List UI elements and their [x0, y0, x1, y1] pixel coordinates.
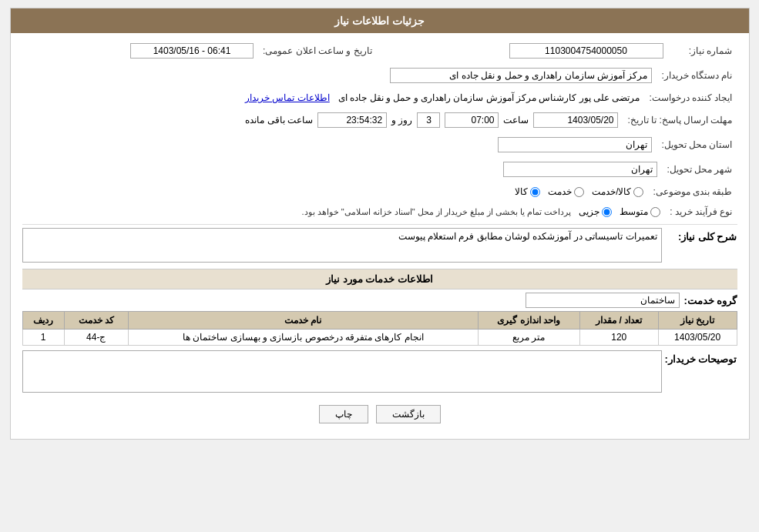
tabaqe-radio-group: کالا/خدمت خدمت کالا	[27, 186, 644, 197]
mohlat-date-input	[533, 112, 618, 128]
noe-label: نوع فرآیند خرید :	[665, 204, 737, 219]
iejad-table: ایجاد کننده درخواست: مرتضی علی پور کارشن…	[22, 90, 737, 105]
noe-note: پرداخت تمام یا بخشی از مبلغ خریدار از مح…	[302, 207, 572, 217]
aanlaan-input	[130, 43, 254, 59]
tabaqe-kala-radio[interactable]	[530, 187, 540, 197]
ostan-value-cell	[22, 135, 657, 155]
namDastgah-label: نام دستگاه خریدار:	[657, 65, 737, 85]
chap-button[interactable]: چاپ	[319, 405, 368, 423]
top-info-table: شماره نیاز: تاریخ و ساعت اعلان عمومی:	[22, 41, 737, 61]
namDastgah-value-cell	[22, 65, 657, 85]
ijadKonande-value-cell: مرتضی علی پور کارشناس مرکز آموزش سازمان …	[22, 90, 645, 105]
content-area: شماره نیاز: تاریخ و ساعت اعلان عمومی: نا…	[11, 33, 749, 439]
ostan-label: استان محل تحویل:	[657, 135, 737, 155]
tabaqe-kala-label: کالا	[515, 186, 528, 197]
sharh-label: شرح کلی نیاز:	[668, 231, 737, 243]
aanlaan-label: تاریخ و ساعت اعلان عمومی:	[258, 41, 377, 61]
mohlat-table: مهلت ارسال پاسخ: تا تاریخ: ساعت روز و سا…	[22, 110, 737, 130]
tabaqe-table: طبقه بندی موضوعی: کالا/خدمت خدمت	[22, 184, 737, 199]
col-tarikh: تاریخ نیاز	[658, 312, 737, 330]
col-radif: ردیف	[22, 312, 64, 330]
tosif-textarea	[22, 350, 662, 393]
shomareNiaz-label: شماره نیاز:	[668, 41, 737, 61]
noe-mottavasset-radio[interactable]	[650, 207, 660, 217]
sharh-textarea	[22, 228, 662, 263]
mohlat-value-cell: ساعت روز و ساعت باقی مانده	[22, 110, 623, 130]
tabaqe-label: طبقه بندی موضوعی:	[648, 184, 737, 199]
bazgasht-button[interactable]: بازگشت	[376, 405, 441, 423]
cell-tedad: 120	[579, 330, 658, 346]
mohlat-label: مهلت ارسال پاسخ: تا تاریخ:	[623, 110, 737, 130]
col-tedad: تعداد / مقدار	[579, 312, 658, 330]
noe-jozii-item: جزیی	[579, 206, 612, 217]
cell-kod: ج-44	[64, 330, 128, 346]
col-vahed: واحد اندازه گیری	[478, 312, 579, 330]
tabaqe-kala-khedmat-item: کالا/خدمت	[592, 186, 643, 197]
noe-mottavasset-label: متوسط	[620, 206, 648, 217]
aanlaan-value-cell	[22, 41, 259, 61]
col-kod: کد خدمت	[64, 312, 128, 330]
grohe-label: گروه خدمت:	[684, 295, 737, 306]
ostan-input	[498, 137, 652, 152]
tabaqe-kala-khedmat-label: کالا/خدمت	[592, 186, 631, 197]
deadline-row: ساعت روز و ساعت باقی مانده	[27, 112, 619, 128]
page-title: جزئیات اطلاعات نیاز	[334, 15, 425, 27]
process-row: متوسط جزیی پرداخت تمام یا بخشی از مبلغ خ…	[27, 206, 661, 217]
shomareNiaz-value-cell	[377, 41, 668, 61]
cell-vahed: متر مربع	[478, 330, 579, 346]
grohe-input	[526, 293, 680, 308]
grohe-row: گروه خدمت:	[22, 293, 737, 308]
table-row: 1403/05/20 120 متر مربع انجام کارهای متف…	[22, 330, 737, 346]
mohlat-remain-input	[317, 112, 387, 128]
cell-tarikh: 1403/05/20	[658, 330, 737, 346]
shahr-input	[503, 162, 657, 177]
noe-table: نوع فرآیند خرید : متوسط جزیی پرداخت تمام…	[22, 204, 737, 219]
services-table: تاریخ نیاز تعداد / مقدار واحد اندازه گیر…	[22, 311, 737, 346]
noe-value-cell: متوسط جزیی پرداخت تمام یا بخشی از مبلغ خ…	[22, 204, 666, 219]
dastgah-table: نام دستگاه خریدار:	[22, 65, 737, 85]
page-header: جزئیات اطلاعات نیاز	[11, 8, 749, 33]
tabaqe-value-cell: کالا/خدمت خدمت کالا	[22, 184, 649, 199]
mohlat-roz-input	[417, 112, 440, 128]
page-container: جزئیات اطلاعات نیاز شماره نیاز: تاریخ و …	[10, 8, 750, 440]
ostan-table: استان محل تحویل:	[22, 135, 737, 155]
notes-section: توصیحات خریدار:	[22, 350, 737, 393]
noe-mottavasset-item: متوسط	[620, 206, 660, 217]
divider-1	[22, 224, 737, 225]
shahr-table: شهر محل تحویل:	[22, 159, 737, 179]
cell-nam: انجام کارهای متفرقه درخصوص بازسازی و بهس…	[128, 330, 478, 346]
tabaqe-khedmat-item: خدمت	[548, 186, 584, 197]
noe-jozii-label: جزیی	[579, 206, 599, 217]
namDastgah-input	[390, 68, 652, 83]
tabaqe-khedmat-radio[interactable]	[574, 187, 584, 197]
services-section-header: اطلاعات خدمات مورد نیاز	[22, 269, 737, 289]
btn-container: بازگشت چاپ	[22, 397, 737, 431]
ijadKonande-text: مرتضی علی پور کارشناس مرکز آموزش سازمان …	[338, 92, 640, 103]
tabaqe-kala-khedmat-radio[interactable]	[633, 187, 643, 197]
mohlat-roz-label: روز و	[391, 115, 412, 125]
sharh-row: شرح کلی نیاز:	[22, 228, 737, 263]
col-nam: نام خدمت	[128, 312, 478, 330]
tabaqe-kala-item: کالا	[515, 186, 540, 197]
shahr-value-cell	[22, 159, 663, 179]
ijadKonande-label: ایجاد کننده درخواست:	[644, 90, 737, 105]
mohlat-remain-label: ساعت باقی مانده	[245, 115, 313, 125]
mohlat-time-input	[445, 112, 499, 128]
shomareNiaz-input	[509, 43, 663, 59]
cell-radif: 1	[22, 330, 64, 346]
tabaqe-khedmat-label: خدمت	[548, 186, 572, 197]
shahr-label: شهر محل تحویل:	[662, 159, 737, 179]
ettelaatTamas-link[interactable]: اطلاعات تماس خریدار	[245, 92, 330, 103]
tosif-label: توصیحات خریدار:	[668, 353, 737, 365]
mohlat-time-label: ساعت	[503, 115, 529, 125]
noe-jozii-radio[interactable]	[602, 207, 612, 217]
